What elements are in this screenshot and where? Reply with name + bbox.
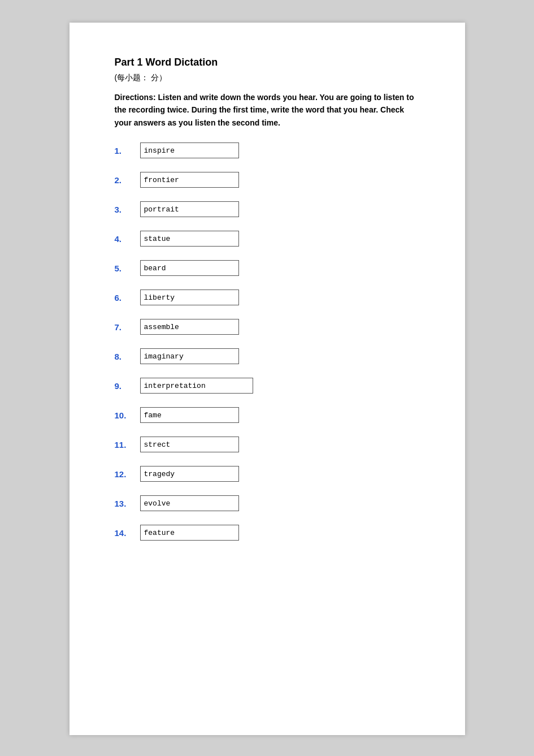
answer-box[interactable]: strect <box>140 437 239 452</box>
question-number: 10. <box>115 411 140 420</box>
question-number: 7. <box>115 322 140 332</box>
subtitle: (每小题： 分） <box>115 73 420 83</box>
answer-box[interactable]: fame <box>140 407 239 423</box>
answer-box[interactable]: evolve <box>140 495 239 511</box>
question-item: 9.interpretation <box>115 378 420 394</box>
question-number: 12. <box>115 469 140 479</box>
question-item: 11.strect <box>115 437 420 452</box>
question-number: 8. <box>115 352 140 361</box>
question-item: 10.fame <box>115 407 420 423</box>
answer-box[interactable]: tragedy <box>140 466 239 482</box>
answer-box[interactable]: portrait <box>140 201 239 217</box>
answer-box[interactable]: frontier <box>140 172 239 188</box>
question-item: 6.liberty <box>115 290 420 305</box>
question-item: 7.assemble <box>115 319 420 335</box>
question-number: 9. <box>115 381 140 391</box>
question-number: 1. <box>115 146 140 155</box>
question-number: 13. <box>115 499 140 508</box>
directions: Directions: Listen and write down the wo… <box>115 91 420 129</box>
question-item: 5.beard <box>115 260 420 276</box>
question-item: 3.portrait <box>115 201 420 217</box>
question-number: 5. <box>115 263 140 273</box>
page-container: Part 1 Word Dictation (每小题： 分） Direction… <box>70 23 465 735</box>
question-number: 11. <box>115 440 140 450</box>
answer-box[interactable]: imaginary <box>140 348 239 364</box>
question-item: 2.frontier <box>115 172 420 188</box>
question-item: 1.inspire <box>115 142 420 158</box>
answer-box[interactable]: feature <box>140 525 239 541</box>
question-item: 14.feature <box>115 525 420 541</box>
part-title: Part 1 Word Dictation <box>115 57 420 68</box>
answer-box[interactable]: interpretation <box>140 378 253 394</box>
answer-box[interactable]: liberty <box>140 290 239 305</box>
question-number: 3. <box>115 205 140 214</box>
question-item: 4.statue <box>115 231 420 247</box>
answer-box[interactable]: statue <box>140 231 239 247</box>
question-item: 13.evolve <box>115 495 420 511</box>
question-number: 2. <box>115 175 140 185</box>
question-number: 4. <box>115 234 140 244</box>
question-item: 8.imaginary <box>115 348 420 364</box>
answer-box[interactable]: inspire <box>140 142 239 158</box>
question-number: 14. <box>115 528 140 538</box>
answer-box[interactable]: assemble <box>140 319 239 335</box>
question-list: 1.inspire2.frontier3.portrait4.statue5.b… <box>115 142 420 541</box>
answer-box[interactable]: beard <box>140 260 239 276</box>
question-number: 6. <box>115 293 140 303</box>
question-item: 12.tragedy <box>115 466 420 482</box>
